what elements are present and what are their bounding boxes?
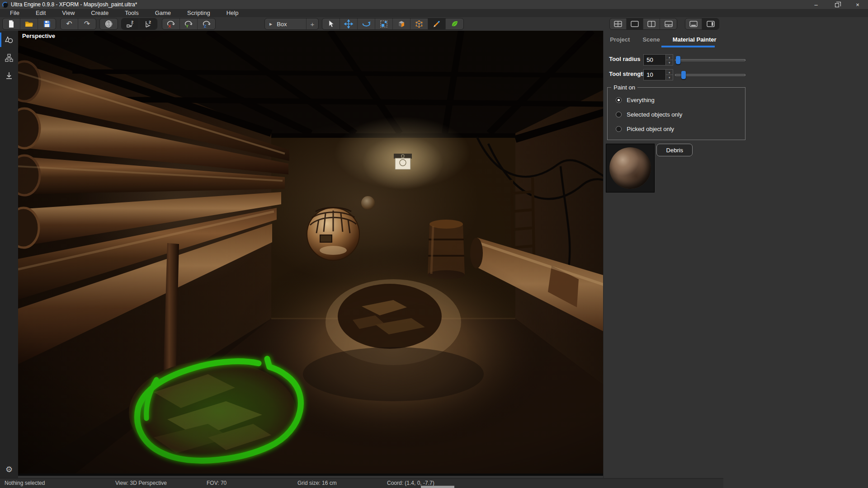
radio-selected-objects[interactable]: Selected objects only — [616, 111, 682, 118]
open-folder-icon — [24, 20, 33, 28]
svg-text:Z: Z — [204, 24, 207, 28]
radio-button-icon[interactable] — [616, 97, 622, 103]
spinner-up-icon[interactable]: ▲ — [666, 70, 673, 75]
vignette-overlay — [18, 31, 603, 476]
active-tab-underline — [661, 46, 715, 47]
svg-text:X: X — [168, 24, 171, 28]
solid-view-button[interactable] — [393, 19, 410, 29]
scene-render — [18, 31, 603, 476]
primitive-dropdown[interactable]: ▶ Box — [265, 19, 307, 29]
menu-file[interactable]: File — [2, 9, 28, 17]
menu-tools[interactable]: Tools — [117, 9, 146, 17]
menu-game[interactable]: Game — [147, 9, 179, 17]
select-tool-button[interactable] — [322, 19, 340, 29]
menu-edit[interactable]: Edit — [28, 9, 54, 17]
tool-radius-spinner[interactable]: ▲ ▼ — [665, 55, 673, 65]
save-button[interactable] — [38, 19, 56, 29]
rotate-tool-icon — [361, 20, 371, 28]
tool-strength-slider[interactable] — [675, 69, 745, 80]
grid-snap-toggle[interactable]: 2 — [122, 19, 139, 29]
console-panel-icon — [689, 21, 698, 27]
settings-gear-button[interactable]: ⚙ — [0, 465, 18, 474]
tab-project[interactable]: Project — [610, 36, 630, 43]
tool-strength-field: ▲ ▼ — [643, 69, 673, 80]
spinner-down-icon[interactable]: ▼ — [666, 60, 673, 65]
redo-button[interactable]: ↷ — [78, 19, 96, 29]
radio-button-icon[interactable] — [616, 112, 622, 117]
side-panel-toggle[interactable] — [702, 19, 719, 29]
split-bottom-icon — [665, 21, 673, 27]
wireframe-view-button[interactable] — [410, 19, 428, 29]
primitive-dropdown-label: Box — [277, 21, 287, 28]
sidebar-import-button[interactable] — [0, 67, 18, 85]
radio-button-icon[interactable] — [616, 126, 622, 132]
status-view: View: 3D Perspective — [115, 480, 167, 486]
tool-radius-input[interactable] — [644, 55, 665, 65]
dropdown-arrow-icon: ▶ — [269, 22, 272, 26]
tool-strength-spinner[interactable]: ▲ ▼ — [665, 70, 673, 80]
app-logo-icon — [2, 2, 8, 8]
objects-icon — [4, 35, 14, 45]
menu-view[interactable]: View — [54, 9, 83, 17]
tool-radius-slider-handle[interactable] — [676, 56, 680, 64]
rotate-tool-button[interactable] — [358, 19, 375, 29]
console-panel-toggle[interactable] — [685, 19, 702, 29]
split-vertical-button[interactable] — [643, 19, 660, 29]
tool-strength-slider-handle[interactable] — [681, 71, 686, 79]
tool-radius-slider[interactable] — [675, 54, 745, 66]
tab-material-painter[interactable]: Material Painter — [673, 36, 717, 43]
world-settings-button[interactable] — [100, 19, 118, 29]
open-file-button[interactable] — [20, 19, 38, 29]
redo-icon: ↷ — [84, 20, 90, 28]
material-debris-button[interactable]: Debris — [656, 144, 693, 156]
rotate-x-button[interactable]: X — [162, 19, 180, 29]
vegetation-icon — [450, 19, 459, 28]
hierarchy-icon — [5, 53, 14, 62]
new-file-icon — [7, 20, 15, 28]
globe-icon — [105, 20, 113, 28]
rotate-z-button[interactable]: Z — [198, 19, 215, 29]
menu-scripting[interactable]: Scripting — [179, 9, 218, 17]
solid-cube-icon — [397, 19, 406, 28]
spinner-down-icon[interactable]: ▼ — [666, 75, 673, 80]
material-paint-tool-button[interactable] — [428, 19, 446, 29]
sidebar-hierarchy-button[interactable] — [0, 49, 18, 67]
menu-create[interactable]: Create — [83, 9, 117, 17]
spinner-up-icon[interactable]: ▲ — [666, 55, 673, 60]
new-file-button[interactable] — [3, 19, 20, 29]
debris-material-sphere — [609, 147, 651, 189]
single-view-button[interactable] — [627, 19, 643, 29]
quad-view-icon — [614, 21, 622, 27]
undo-button[interactable]: ↶ — [61, 19, 78, 29]
toolbar: ↶ ↷ 2 2 X Y Z — [0, 17, 723, 31]
angle-snap-icon: 2 — [144, 19, 153, 28]
angle-snap-toggle[interactable]: 2 — [139, 19, 157, 29]
tool-strength-label: Tool strength — [609, 70, 646, 77]
menu-help[interactable]: Help — [218, 9, 247, 17]
radio-everything[interactable]: Everything — [616, 97, 654, 103]
tool-radius-label: Tool radius — [609, 56, 640, 62]
viewport-3d[interactable]: Perspective — [18, 31, 603, 476]
panel-tabs: Project Scene Material Painter — [604, 31, 723, 48]
minimize-button[interactable]: – — [806, 0, 826, 9]
rotate-y-button[interactable]: Y — [180, 19, 198, 29]
quad-view-button[interactable] — [610, 19, 627, 29]
grid-snap-icon: 2 — [126, 19, 135, 28]
restore-button[interactable] — [826, 0, 847, 9]
tool-strength-input[interactable] — [644, 70, 665, 80]
material-thumbnail[interactable] — [606, 144, 655, 192]
sidebar-objects-button[interactable] — [0, 31, 18, 49]
right-panel: Project Scene Material Painter Tool radi… — [603, 31, 723, 478]
import-icon — [5, 71, 14, 80]
close-button[interactable]: × — [847, 0, 868, 9]
statusbar: Nothing selected View: 3D Perspective FO… — [0, 478, 723, 488]
move-icon — [344, 19, 353, 28]
add-primitive-button[interactable]: + — [307, 19, 318, 29]
move-tool-button[interactable] — [340, 19, 358, 29]
select-icon — [327, 20, 335, 28]
split-bottom-button[interactable] — [660, 19, 677, 29]
tab-scene[interactable]: Scene — [642, 36, 660, 43]
vegetation-paint-tool-button[interactable] — [446, 19, 463, 29]
scale-tool-button[interactable] — [375, 19, 393, 29]
radio-picked-object[interactable]: Picked object only — [616, 126, 674, 132]
